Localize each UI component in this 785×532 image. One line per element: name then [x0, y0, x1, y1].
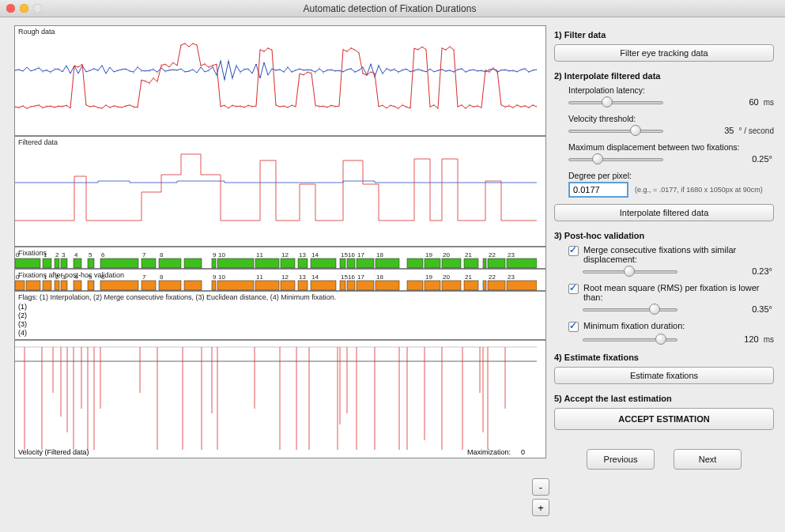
svg-point-180 — [200, 66, 201, 66]
interpolate-button[interactable]: Interpolate filtered data — [554, 204, 774, 221]
svg-point-113 — [461, 68, 462, 69]
svg-point-86 — [354, 72, 355, 73]
section-4-title: 4) Estimate fixations — [554, 353, 774, 362]
section-3-title: 3) Post-hoc validation — [554, 231, 774, 240]
deg-per-pixel-input[interactable] — [568, 182, 628, 198]
svg-point-184 — [216, 64, 217, 65]
svg-point-95 — [390, 70, 391, 71]
svg-point-165 — [141, 81, 142, 81]
svg-point-85 — [350, 68, 351, 69]
svg-rect-362 — [464, 281, 478, 290]
svg-point-134 — [18, 108, 19, 108]
svg-point-172 — [168, 66, 169, 67]
svg-text:10: 10 — [218, 251, 225, 258]
flag-row-3: (3) — [18, 320, 542, 329]
svg-point-150 — [81, 64, 82, 65]
svg-point-125 — [508, 70, 509, 70]
minimize-icon[interactable] — [20, 4, 28, 13]
svg-point-230 — [398, 109, 398, 110]
interp-latency-unit: ms — [764, 98, 774, 107]
svg-point-171 — [164, 64, 165, 65]
svg-text:6: 6 — [101, 251, 105, 258]
svg-point-227 — [386, 108, 387, 108]
svg-point-94 — [386, 68, 387, 69]
next-button[interactable]: Next — [674, 449, 742, 470]
rms-slider[interactable] — [583, 304, 677, 315]
svg-point-36 — [157, 73, 157, 74]
svg-point-242 — [445, 50, 446, 51]
svg-point-2 — [22, 70, 23, 71]
svg-point-153 — [93, 105, 94, 106]
svg-point-106 — [433, 71, 434, 72]
svg-point-44 — [188, 70, 189, 71]
svg-point-60 — [251, 72, 252, 73]
svg-point-28 — [125, 69, 126, 70]
svg-point-175 — [180, 45, 181, 46]
svg-point-123 — [500, 69, 501, 70]
close-icon[interactable] — [6, 4, 15, 13]
vel-thresh-slider[interactable] — [568, 125, 663, 136]
svg-point-67 — [279, 69, 280, 70]
merge-value: 0.23° — [752, 266, 774, 276]
svg-point-101 — [413, 71, 414, 72]
svg-point-214 — [334, 105, 335, 106]
svg-point-198 — [271, 50, 272, 51]
zoom-out-button[interactable]: - — [532, 478, 549, 496]
svg-point-90 — [370, 63, 371, 64]
svg-text:21: 21 — [465, 274, 472, 281]
svg-point-102 — [417, 68, 418, 69]
svg-rect-297 — [340, 258, 345, 268]
svg-point-221 — [362, 74, 363, 74]
svg-point-170 — [160, 64, 161, 65]
svg-point-110 — [449, 70, 450, 70]
svg-point-52 — [220, 59, 221, 60]
svg-rect-303 — [376, 258, 399, 268]
svg-text:7: 7 — [142, 274, 146, 281]
svg-point-179 — [196, 44, 197, 45]
svg-point-82 — [338, 70, 339, 71]
svg-rect-322 — [55, 281, 59, 290]
svg-rect-299 — [347, 258, 355, 268]
accept-estimation-button[interactable]: ACCEPT ESTIMATION — [554, 408, 774, 430]
svg-point-249 — [473, 107, 474, 108]
svg-point-188 — [232, 106, 232, 107]
svg-text:12: 12 — [281, 274, 289, 281]
mindur-slider[interactable] — [583, 334, 677, 345]
svg-point-173 — [172, 62, 173, 63]
flag-row-1: (1) — [18, 303, 542, 311]
svg-point-53 — [224, 81, 225, 81]
zoom-in-button[interactable]: + — [532, 499, 549, 516]
svg-point-136 — [26, 108, 27, 109]
svg-point-202 — [287, 107, 288, 108]
svg-point-186 — [224, 106, 225, 107]
svg-point-84 — [346, 70, 347, 70]
estimate-fixations-button[interactable]: Estimate fixations — [554, 367, 774, 384]
mindur-checkbox[interactable] — [568, 322, 579, 332]
fixations-label: Fixations — [18, 249, 47, 257]
svg-point-256 — [500, 104, 501, 104]
merge-slider[interactable] — [583, 266, 677, 277]
svg-point-160 — [121, 107, 122, 108]
svg-point-213 — [330, 106, 331, 107]
merge-checkbox[interactable] — [568, 246, 579, 256]
rms-checkbox[interactable] — [568, 284, 579, 294]
section-5-title: 5) Accept the last estimation — [554, 394, 774, 403]
max-disp-slider[interactable] — [568, 153, 663, 164]
svg-point-232 — [406, 108, 406, 108]
interp-latency-slider[interactable] — [568, 96, 663, 108]
svg-rect-332 — [142, 281, 156, 290]
svg-point-240 — [437, 108, 438, 109]
vel-thresh-value: 35 — [724, 126, 735, 135]
svg-point-182 — [208, 67, 209, 68]
mindur-label: Minimum fixation duration: — [583, 321, 685, 330]
svg-point-167 — [149, 84, 149, 85]
svg-point-16 — [77, 72, 78, 73]
svg-point-57 — [240, 73, 240, 74]
rough-data-label: Rough data — [18, 28, 55, 36]
svg-point-72 — [299, 69, 300, 70]
svg-point-135 — [22, 105, 23, 106]
svg-point-45 — [192, 70, 193, 70]
filter-data-button[interactable]: Filter eye tracking data — [554, 44, 774, 62]
svg-point-164 — [137, 106, 138, 107]
previous-button[interactable]: Previous — [587, 449, 655, 470]
